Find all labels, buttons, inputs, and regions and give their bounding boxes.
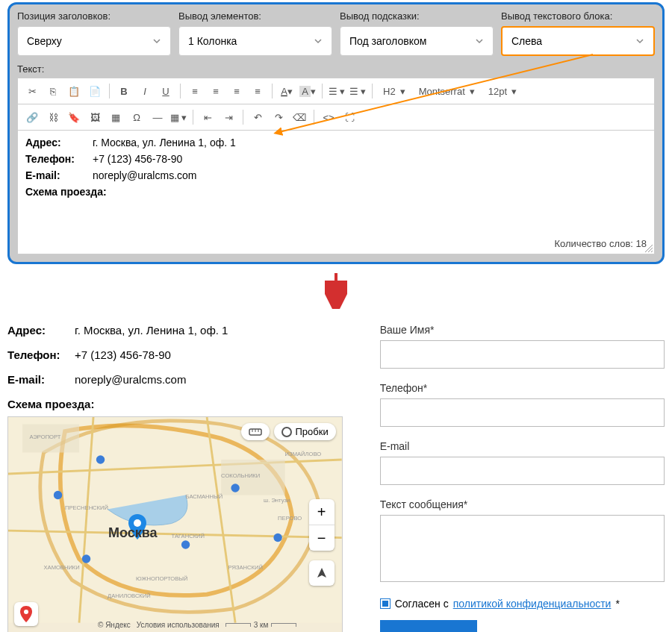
image-icon[interactable]: 🖼 [85,107,105,127]
hint-output-value: Под заголовком [349,35,426,47]
media-icon[interactable]: ▦ [106,107,125,127]
message-label: Текст сообщения* [380,498,665,510]
phone-input[interactable] [380,398,665,427]
special-char-icon[interactable]: Ω [127,107,146,127]
map-terms-link[interactable]: Условия использования [137,621,220,629]
email-label: E-mail [380,440,665,452]
svg-text:ПЕРОВО: ПЕРОВО [278,515,302,522]
align-right-icon[interactable]: ≡ [227,81,246,101]
bg-color-icon[interactable]: A ▾ [298,81,317,101]
redo-icon[interactable]: ↷ [269,107,288,127]
traffic-button[interactable]: Пробки [274,423,335,440]
hr-icon[interactable]: — [148,107,167,127]
contact-form: Ваше Имя* Телефон* E-mail Текст сообщени… [380,324,665,632]
copy-icon[interactable]: ⎘ [43,81,63,101]
zoom-out-button[interactable]: − [309,525,335,551]
svg-point-33 [24,610,28,614]
preview-section: Адрес:г. Москва, ул. Ленина 1, оф. 1 Тел… [0,324,672,632]
font-size-select[interactable]: 12pt ▾ [482,81,523,101]
content-address-label: Адрес: [25,137,93,148]
zoom-in-button[interactable]: + [309,499,335,525]
svg-point-12 [231,484,239,492]
map-attribution: © Яндекс Условия использования 3 км [98,621,335,629]
toolbar-separator [322,84,323,98]
field-heading-position: Позиция заголовков: Сверху [17,10,171,56]
map-copyright: © Яндекс [98,621,131,629]
preview-phone-value: +7 (123) 456-78-90 [75,348,171,361]
text-block-output-select[interactable]: Слева [501,26,655,56]
toolbar-separator [372,84,373,98]
svg-text:ИЗМАЙЛОВО: ИЗМАЙЛОВО [285,451,322,457]
heading-position-select[interactable]: Сверху [17,26,171,56]
svg-text:РЯЗАНСКИЙ: РЯЗАНСКИЙ [228,564,263,571]
svg-point-13 [82,554,90,563]
hint-output-select[interactable]: Под заголовком [340,26,494,56]
privacy-policy-link[interactable]: политикой конфиденциальности [453,598,612,610]
text-color-icon[interactable]: A ▾ [277,81,296,101]
clear-format-icon[interactable]: ⌫ [290,107,309,127]
ruler-button[interactable] [241,423,270,440]
align-justify-icon[interactable]: ≡ [248,81,267,101]
submit-button[interactable]: Отправить [380,620,477,632]
pin-icon [19,606,33,622]
name-input[interactable] [380,340,665,369]
consent-checkbox[interactable] [380,598,391,609]
font-select[interactable]: Montserrat ▾ [413,81,481,101]
editor-section-label: Текст: [17,63,655,75]
cut-icon[interactable]: ✂ [22,81,42,101]
italic-icon[interactable]: I [135,81,155,101]
chevron-down-icon [475,37,484,46]
consent-prefix: Согласен с [395,598,449,610]
paste-text-icon[interactable]: 📄 [85,81,105,101]
map-scale: 3 км [225,621,297,629]
heading-select[interactable]: H2 ▾ [377,81,411,101]
map-city-label: Москва [108,525,158,541]
unlink-icon[interactable]: ⛓ [43,107,63,127]
indent-icon[interactable]: ⇥ [219,107,238,127]
locate-button[interactable] [309,560,335,586]
rich-text-editor: ✂ ⎘ 📋 📄 B I U ≡ ≡ ≡ ≡ A ▾ A ▾ ☰ ▾ ☰ ▾ H2… [17,78,655,254]
content-schema-label: Схема проезда: [25,186,107,198]
preview-address-label: Адрес: [7,324,75,337]
email-input[interactable] [380,457,665,485]
number-list-icon[interactable]: ☰ ▾ [348,81,367,101]
align-center-icon[interactable]: ≡ [206,81,225,101]
svg-text:ш. Энтузи: ш. Энтузи [264,497,290,504]
field-hint-output: Вывод подсказки: Под заголовком [340,10,494,56]
elements-output-value: 1 Колонка [188,35,237,47]
paste-icon[interactable]: 📋 [64,81,84,101]
svg-text:ПРЕСНЕНСКИЙ: ПРЕСНЕНСКИЙ [65,504,108,511]
preview-schema-label: Схема проезда: [7,398,343,410]
editor-content-area[interactable]: Адрес:г. Москва, ул. Ленина 1, оф. 1 Тел… [18,131,654,235]
table-icon[interactable]: ▦ ▾ [169,107,188,127]
content-email-label: E-mail: [25,169,93,181]
chevron-down-icon [635,37,644,46]
svg-text:ТАГАНСКИЙ: ТАГАНСКИЙ [172,533,205,539]
name-label: Ваше Имя* [380,324,665,336]
map-background: АЭРОПОРТ ПРЕСНЕНСКИЙ СОКОЛЬНИКИ БАСМАННЫ… [8,417,342,623]
svg-text:СОКОЛЬНИКИ: СОКОЛЬНИКИ [221,472,260,479]
marker-button[interactable] [14,602,38,626]
svg-point-11 [181,540,190,548]
underline-icon[interactable]: U [156,81,175,101]
bold-icon[interactable]: B [114,81,134,101]
elements-output-select[interactable]: 1 Колонка [178,26,332,56]
message-textarea[interactable] [380,515,665,582]
align-left-icon[interactable]: ≡ [185,81,205,101]
bullet-list-icon[interactable]: ☰ ▾ [327,81,346,101]
map-widget[interactable]: АЭРОПОРТ ПРЕСНЕНСКИЙ СОКОЛЬНИКИ БАСМАННЫ… [7,416,343,632]
chevron-down-icon [152,37,161,46]
svg-text:БАСМАННЫЙ: БАСМАННЫЙ [186,493,223,500]
link-icon[interactable]: 🔗 [22,107,42,127]
bookmark-icon[interactable]: 🔖 [64,107,84,127]
resize-handle-icon[interactable] [645,245,653,252]
undo-icon[interactable]: ↶ [248,107,267,127]
toolbar-separator [180,84,181,98]
down-arrow-icon [325,272,347,309]
fullscreen-icon[interactable]: ⛶ [340,107,359,127]
source-code-icon[interactable]: <> [319,107,338,127]
editor-toolbar-row2: 🔗 ⛓ 🔖 🖼 ▦ Ω — ▦ ▾ ⇤ ⇥ ↶ ↷ ⌫ <> ⛶ [18,104,654,131]
preview-address-value: г. Москва, ул. Ленина 1, оф. 1 [75,324,228,337]
outdent-icon[interactable]: ⇤ [198,107,217,127]
traffic-icon [281,427,292,437]
